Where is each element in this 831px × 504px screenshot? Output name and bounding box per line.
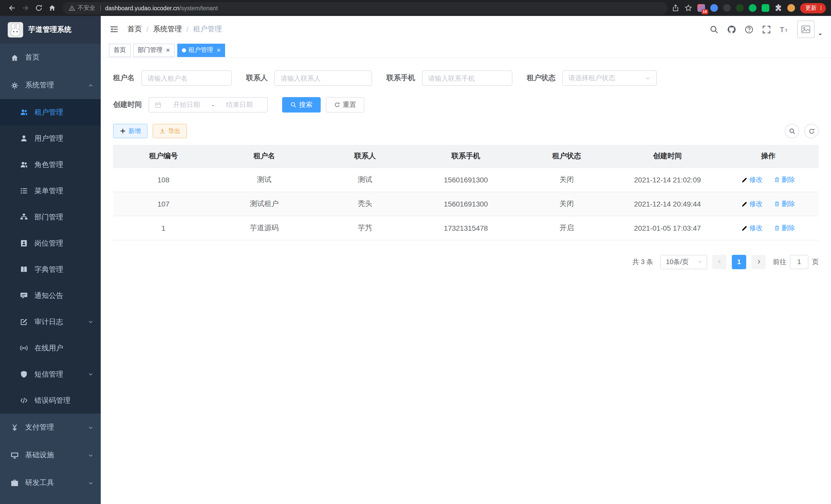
browser-back-button[interactable] <box>5 1 19 14</box>
extension-icon-6[interactable] <box>762 4 769 12</box>
close-icon[interactable]: × <box>217 47 221 53</box>
extension-icon-4[interactable] <box>736 4 744 12</box>
sidebar-item-online-users[interactable]: 在线用户 <box>0 335 101 361</box>
tab-label: 租户管理 <box>188 46 213 55</box>
sidebar-item-post[interactable]: 岗位管理 <box>0 230 101 256</box>
delete-link[interactable]: 删除 <box>774 175 795 184</box>
cell-phone: 15601691300 <box>416 168 516 191</box>
close-icon[interactable]: × <box>166 47 170 53</box>
security-indicator[interactable]: 不安全 <box>69 4 95 12</box>
tenant-status-select[interactable]: 请选择租户状态 <box>562 70 657 86</box>
tenant-name-label: 租户名 <box>113 73 135 83</box>
role-icon <box>20 160 28 169</box>
sidebar-item-notice[interactable]: 通知公告 <box>0 283 101 309</box>
cell-phone: 15601691300 <box>416 191 516 216</box>
filter-create-time: 创建时间 开始日期 - 结束日期 <box>113 97 268 113</box>
browser-forward-button[interactable] <box>19 1 32 14</box>
sidebar-item-dictionary[interactable]: 字典管理 <box>0 256 101 283</box>
delete-link[interactable]: 删除 <box>774 223 795 233</box>
prev-page-button[interactable] <box>712 255 727 269</box>
url-text: dashboard.yudao.iocoder.cn/system/tenant <box>105 5 218 11</box>
refresh-table-button[interactable] <box>804 124 819 138</box>
tenant-table: 租户编号 租户名 联系人 联系手机 租户状态 创建时间 操作 108 测试 <box>113 145 819 240</box>
delete-link[interactable]: 删除 <box>774 199 795 208</box>
bookmark-star-icon[interactable] <box>685 4 692 12</box>
add-button[interactable]: 新增 <box>113 124 147 138</box>
devtools-box-icon <box>10 479 19 487</box>
tenant-name-input[interactable] <box>147 74 226 82</box>
fullscreen-icon[interactable] <box>762 25 771 34</box>
table-row: 1 芋道源码 芋艿 17321315478 开启 2021-01-05 17:0… <box>113 216 819 240</box>
sidebar-item-home[interactable]: 首页 <box>0 44 101 71</box>
extension-icon-2[interactable] <box>710 4 718 12</box>
page-size-select[interactable]: 10条/页 <box>660 255 707 269</box>
browser-profile-avatar[interactable] <box>787 4 795 12</box>
sidebar-item-payment[interactable]: 支付管理 <box>0 414 101 441</box>
sidebar-item-audit-log[interactable]: 审计日志 <box>0 309 101 335</box>
browser-reload-button[interactable] <box>32 1 45 14</box>
reset-button[interactable]: 重置 <box>326 97 364 113</box>
page-number-button[interactable]: 1 <box>732 255 746 269</box>
goto-page-input[interactable] <box>790 255 808 269</box>
breadcrumb-home[interactable]: 首页 <box>127 25 142 34</box>
tab-department[interactable]: 部门管理 × <box>133 43 174 57</box>
sidebar-item-label: 字典管理 <box>34 265 63 274</box>
export-button[interactable]: 导出 <box>153 124 187 138</box>
phone-input[interactable] <box>428 74 506 82</box>
extension-badge: 10 <box>701 9 708 14</box>
extensions-puzzle-icon[interactable] <box>774 4 782 12</box>
extension-icon-1[interactable]: 10 <box>697 4 705 12</box>
sms-shield-icon <box>20 370 28 378</box>
breadcrumb-separator: / <box>146 25 148 33</box>
font-size-icon[interactable] <box>780 25 789 34</box>
sidebar-item-department[interactable]: 部门管理 <box>0 204 101 230</box>
address-bar[interactable]: 不安全 dashboard.yudao.iocoder.cn/system/te… <box>63 2 667 14</box>
browser-home-button[interactable] <box>45 1 59 14</box>
help-question-icon[interactable] <box>745 25 753 34</box>
sidebar-item-label: 首页 <box>25 53 39 62</box>
tab-home[interactable]: 首页 <box>109 43 131 57</box>
github-icon[interactable] <box>727 25 736 34</box>
edit-link[interactable]: 修改 <box>742 223 763 233</box>
pagination-total: 共 3 条 <box>632 257 653 266</box>
sidebar-toggle-icon[interactable] <box>109 24 119 34</box>
breadcrumb-system[interactable]: 系统管理 <box>153 25 182 34</box>
sidebar-item-label: 支付管理 <box>25 423 54 432</box>
cell-contact: 芋艿 <box>315 216 416 240</box>
header-search-icon[interactable] <box>710 25 718 34</box>
avatar <box>797 21 814 38</box>
extension-icon-3[interactable] <box>723 4 731 12</box>
sidebar-item-menu[interactable]: 菜单管理 <box>0 178 101 204</box>
sidebar-item-infrastructure[interactable]: 基础设施 <box>0 441 101 469</box>
search-button[interactable]: 搜索 <box>282 97 321 113</box>
sidebar-item-role[interactable]: 角色管理 <box>0 152 101 178</box>
sidebar-item-user[interactable]: 用户管理 <box>0 125 101 152</box>
contact-input[interactable] <box>281 74 366 82</box>
tab-tenant[interactable]: 租户管理 × <box>177 43 225 57</box>
share-icon[interactable] <box>672 4 679 12</box>
sidebar-item-system[interactable]: 系统管理 <box>0 71 101 99</box>
create-time-range-picker[interactable]: 开始日期 - 结束日期 <box>148 97 268 113</box>
extension-icon-5[interactable] <box>749 4 756 12</box>
next-page-button[interactable] <box>751 255 766 269</box>
chevron-down-icon <box>88 372 93 377</box>
header-actions <box>710 21 823 38</box>
start-date-placeholder: 开始日期 <box>165 100 209 110</box>
edit-link[interactable]: 修改 <box>742 199 763 208</box>
chevron-down-icon <box>88 319 93 325</box>
edit-link[interactable]: 修改 <box>742 175 763 184</box>
table-toolbar: 新增 导出 <box>113 124 819 138</box>
sidebar-item-devtools[interactable]: 研发工具 <box>0 469 101 497</box>
app-logo[interactable]: 芋道管理系统 <box>0 16 101 44</box>
sidebar-item-sms[interactable]: 短信管理 <box>0 361 101 387</box>
cell-actions: 修改 删除 <box>718 216 819 240</box>
sidebar: 芋道管理系统 首页 系统管理 租户管理 用户管理 <box>0 16 101 504</box>
browser-update-button[interactable]: 更新 <box>800 3 826 13</box>
toggle-search-button[interactable] <box>785 124 799 138</box>
table-row: 107 测试租户 秃头 15601691300 关闭 2021-12-14 20… <box>113 191 819 216</box>
user-avatar-menu[interactable] <box>797 21 823 38</box>
sidebar-item-tenant[interactable]: 租户管理 <box>0 99 101 125</box>
cell-created: 2021-01-05 17:03:47 <box>617 216 718 240</box>
column-header: 创建时间 <box>617 145 718 168</box>
sidebar-item-error-code[interactable]: 错误码管理 <box>0 387 101 414</box>
